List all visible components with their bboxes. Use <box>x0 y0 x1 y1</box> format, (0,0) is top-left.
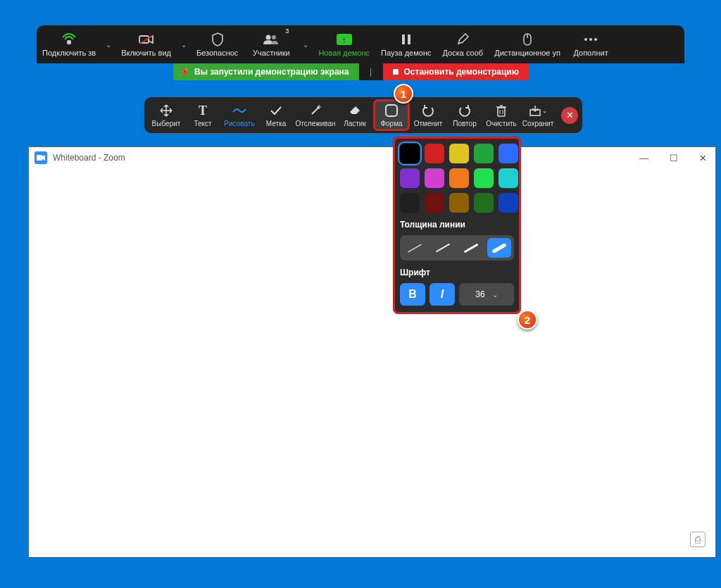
bold-button[interactable]: B <box>400 283 425 306</box>
color-swatch[interactable] <box>449 193 469 213</box>
thickness-3[interactable] <box>459 238 483 258</box>
minimize-button[interactable]: — <box>637 150 651 166</box>
color-swatch[interactable] <box>499 168 518 188</box>
color-swatch[interactable] <box>400 193 420 213</box>
more-button[interactable]: Дополнит <box>566 25 615 63</box>
marker-2: 2 <box>518 310 537 330</box>
participants-icon <box>263 32 280 47</box>
color-grid <box>400 144 514 213</box>
meeting-controls: Подключить зв ⌄ Включить вид ⌄ Безопасно… <box>37 25 684 63</box>
save-tool[interactable]: ⌄ Сохранит <box>520 100 556 130</box>
trash-icon <box>496 103 507 118</box>
color-swatch[interactable] <box>499 144 518 163</box>
close-button[interactable]: ✕ <box>696 150 710 166</box>
draw-icon <box>232 103 246 118</box>
participants-caret[interactable]: ⌄ <box>299 25 313 63</box>
video-caret[interactable]: ⌄ <box>177 25 191 63</box>
thickness-4[interactable] <box>487 238 511 258</box>
close-annotation-button[interactable]: ✕ <box>561 107 578 124</box>
share-status-bar: 📌 Вы запустили демонстрацию экрана | Ост… <box>173 63 529 80</box>
svg-rect-13 <box>498 108 505 116</box>
window-titlebar[interactable]: Whiteboard - Zoom — ☐ ✕ <box>29 147 715 168</box>
svg-point-3 <box>266 35 271 40</box>
text-icon: T <box>199 103 207 118</box>
chevron-down-icon: ⌄ <box>492 291 498 299</box>
maximize-button[interactable]: ☐ <box>667 150 681 166</box>
add-page-button[interactable]: ⎙ <box>690 532 706 547</box>
color-swatch[interactable] <box>449 168 469 188</box>
remote-control-button[interactable]: Дистанционное уп <box>489 25 566 63</box>
thickness-2[interactable] <box>431 238 455 258</box>
stop-share-button[interactable]: Остановить демонстрацию <box>383 63 529 80</box>
pencil-icon <box>456 32 469 47</box>
redo-icon <box>458 103 471 118</box>
participants-button[interactable]: 3 Участники <box>244 25 299 63</box>
more-label: Дополнит <box>573 49 608 57</box>
color-swatch[interactable] <box>400 168 420 188</box>
italic-button[interactable]: I <box>430 283 455 306</box>
audio-label: Подключить зв <box>42 49 96 57</box>
participants-label: Участники <box>253 49 290 57</box>
whiteboard-label: Доска сооб <box>443 49 484 57</box>
window-title: Whiteboard - Zoom <box>53 153 125 163</box>
participants-count: 3 <box>285 27 289 35</box>
new-share-button[interactable]: ↑ Новая демонс <box>313 25 375 63</box>
eraser-tool[interactable]: Ластик <box>337 100 372 130</box>
whiteboard-canvas[interactable]: ⎙ <box>29 168 715 557</box>
svg-rect-19 <box>37 155 42 161</box>
thickness-label: Толщина линии <box>400 220 514 230</box>
move-icon <box>160 103 173 118</box>
undo-icon <box>422 103 434 118</box>
font-label: Шрифт <box>400 268 514 277</box>
stop-share-label: Остановить демонстрацию <box>404 67 519 77</box>
svg-rect-5 <box>402 35 405 44</box>
format-popup: Толщина линии Шрифт B I 36 ⌄ <box>393 137 521 314</box>
svg-point-10 <box>589 38 592 41</box>
security-label: Безопаснос <box>196 49 238 57</box>
video-button[interactable]: Включить вид <box>115 25 177 63</box>
color-swatch[interactable] <box>474 168 494 188</box>
color-swatch[interactable] <box>425 168 444 188</box>
zoom-icon <box>35 151 47 164</box>
audio-caret[interactable]: ⌄ <box>101 25 115 63</box>
audio-button[interactable]: Подключить зв <box>37 25 101 63</box>
clear-tool[interactable]: Очистить <box>484 100 519 130</box>
spotlight-tool[interactable]: Отслеживан <box>295 100 336 130</box>
shield-icon <box>211 32 224 47</box>
format-icon <box>385 103 398 118</box>
color-swatch[interactable] <box>425 144 444 163</box>
whiteboard-button[interactable]: Доска сооб <box>437 25 489 63</box>
svg-point-9 <box>584 38 587 41</box>
color-swatch[interactable] <box>449 144 469 163</box>
remote-label: Дистанционное уп <box>494 49 560 57</box>
format-tool[interactable]: Форма <box>374 100 409 130</box>
new-share-label: Новая демонс <box>318 49 370 57</box>
eraser-icon <box>349 103 361 118</box>
pause-icon <box>401 32 412 47</box>
mouse-icon <box>522 32 532 47</box>
pause-share-button[interactable]: Пауза демонс <box>375 25 437 63</box>
whiteboard-window: Whiteboard - Zoom — ☐ ✕ ⎙ <box>28 146 716 558</box>
color-swatch[interactable] <box>400 144 420 163</box>
svg-rect-6 <box>408 35 410 44</box>
draw-tool[interactable]: Рисовать <box>222 100 257 130</box>
security-button[interactable]: Безопаснос <box>191 25 244 63</box>
color-swatch[interactable] <box>474 193 494 213</box>
share-started: 📌 Вы запустили демонстрацию экрана <box>173 63 359 80</box>
stamp-tool[interactable]: Метка <box>258 100 294 130</box>
font-size-value: 36 <box>475 289 484 299</box>
thickness-row <box>400 235 514 261</box>
select-tool[interactable]: Выберит <box>149 100 184 130</box>
save-icon: ⌄ <box>529 103 547 118</box>
more-icon <box>584 32 598 47</box>
redo-tool[interactable]: Повтор <box>447 100 482 130</box>
thickness-1[interactable] <box>403 238 427 258</box>
pause-share-label: Пауза демонс <box>381 49 431 57</box>
font-size-select[interactable]: 36 ⌄ <box>459 283 514 306</box>
color-swatch[interactable] <box>499 193 518 213</box>
color-swatch[interactable] <box>425 193 444 213</box>
text-tool[interactable]: T Текст <box>185 100 220 130</box>
stop-icon <box>393 69 399 75</box>
color-swatch[interactable] <box>474 144 494 163</box>
undo-tool[interactable]: Отменит <box>410 100 446 130</box>
